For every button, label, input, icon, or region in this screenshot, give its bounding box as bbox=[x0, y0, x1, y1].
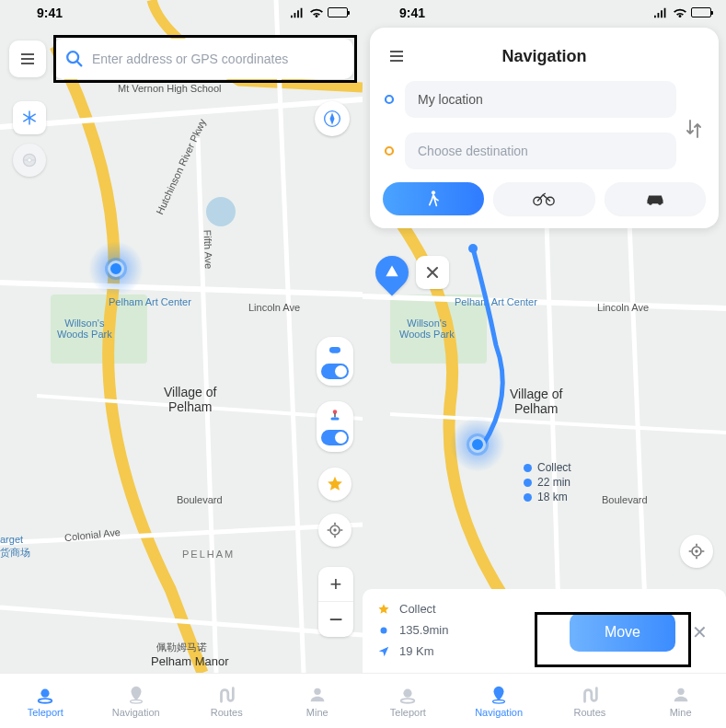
to-field[interactable]: Choose destination bbox=[405, 133, 676, 169]
walk-icon bbox=[425, 190, 442, 208]
svg-rect-7 bbox=[329, 347, 340, 353]
panel-time: 135.9min bbox=[399, 623, 448, 637]
mode-walk-button[interactable] bbox=[383, 182, 484, 215]
mine-icon bbox=[306, 685, 328, 705]
tab-teleport[interactable]: Teleport bbox=[363, 674, 454, 728]
from-field[interactable]: My location bbox=[405, 81, 676, 118]
svg-point-21 bbox=[386, 147, 393, 155]
panel-collect: Collect bbox=[399, 602, 436, 616]
hamburger-icon bbox=[18, 50, 37, 68]
origin-pin-icon bbox=[383, 93, 396, 106]
status-time: 9:41 bbox=[399, 6, 425, 20]
svg-point-20 bbox=[386, 96, 393, 103]
label-pelham-art: Pelham Art Center bbox=[109, 296, 191, 307]
label-willson: Willson's Woods Park bbox=[57, 318, 112, 340]
tab-routes[interactable]: Routes bbox=[181, 674, 272, 728]
highlight-search bbox=[53, 35, 357, 83]
label-target: arget bbox=[0, 534, 23, 545]
tab-mine[interactable]: Mine bbox=[635, 674, 726, 728]
label-pelham: PELHAM bbox=[182, 549, 235, 560]
svg-point-26 bbox=[658, 202, 661, 204]
bike-icon bbox=[533, 191, 555, 207]
menu-button[interactable] bbox=[9, 40, 46, 77]
locate-button[interactable] bbox=[318, 514, 351, 547]
toggle-on-icon bbox=[321, 364, 349, 379]
tab-bar: Teleport Navigation Routes Mine bbox=[0, 673, 363, 728]
tab-label: Mine bbox=[670, 707, 692, 718]
snowflake-button[interactable] bbox=[13, 101, 46, 134]
status-time: 9:41 bbox=[37, 6, 63, 20]
tab-label: Teleport bbox=[28, 707, 63, 718]
joystick-toggle[interactable] bbox=[317, 401, 353, 452]
navigation-card: Navigation My location Choose destinatio… bbox=[370, 28, 719, 228]
svg-point-31 bbox=[401, 699, 415, 703]
teleport-icon bbox=[34, 685, 56, 705]
to-placeholder: Choose destination bbox=[418, 144, 528, 158]
star-icon bbox=[326, 475, 344, 493]
tab-teleport[interactable]: Teleport bbox=[0, 674, 91, 728]
favorite-button[interactable] bbox=[318, 468, 351, 501]
panel-dist: 19 Km bbox=[399, 644, 434, 658]
tab-navigation[interactable]: Navigation bbox=[454, 674, 545, 728]
status-bar: 9:41 bbox=[0, 0, 363, 22]
svg-point-25 bbox=[649, 202, 651, 204]
teleport-icon bbox=[397, 685, 419, 705]
hamburger-icon bbox=[387, 47, 406, 65]
tooltip-dist: 18 km bbox=[537, 491, 568, 503]
zoom-out-button[interactable]: − bbox=[318, 602, 353, 637]
dot-icon bbox=[377, 624, 390, 637]
tab-navigation[interactable]: Navigation bbox=[91, 674, 182, 728]
map[interactable]: Mt Vernon High School Hutchinson River P… bbox=[0, 0, 363, 673]
compass-button[interactable] bbox=[315, 101, 350, 136]
tab-label: Routes bbox=[573, 707, 605, 718]
menu-button[interactable] bbox=[383, 42, 410, 70]
tab-label: Navigation bbox=[475, 707, 523, 718]
star-icon bbox=[377, 603, 390, 616]
status-bar: 9:41 bbox=[363, 0, 726, 22]
locate-button[interactable] bbox=[680, 535, 713, 568]
close-icon bbox=[423, 263, 442, 282]
signal-icon bbox=[291, 7, 305, 18]
snowflake-icon bbox=[20, 109, 39, 127]
swap-button[interactable] bbox=[682, 81, 706, 177]
label-target-cn: 货商场 bbox=[0, 546, 30, 560]
svg-rect-10 bbox=[331, 418, 340, 421]
label-fifth-ave: Fifth Ave bbox=[202, 229, 214, 269]
phone-right: Pelham Art Center Lincoln Ave Willson's … bbox=[363, 0, 726, 728]
label-lincoln: Lincoln Ave bbox=[597, 302, 649, 313]
tab-mine[interactable]: Mine bbox=[272, 674, 363, 728]
svg-point-30 bbox=[404, 688, 412, 697]
route-tooltip: Collect 22 min 18 km bbox=[524, 461, 571, 505]
swap-icon bbox=[685, 118, 703, 140]
gamepad-icon bbox=[326, 343, 344, 358]
map-background bbox=[0, 0, 363, 673]
tab-label: Mine bbox=[306, 707, 328, 718]
label-village-pelham: Village of Pelham bbox=[164, 385, 216, 414]
svg-point-14 bbox=[39, 699, 52, 703]
label-peileimu: 佩勒姆马诺 bbox=[156, 641, 207, 654]
panel-close-button[interactable]: ✕ bbox=[688, 621, 711, 643]
tab-label: Navigation bbox=[112, 707, 160, 718]
zoom-in-button[interactable]: + bbox=[318, 567, 353, 602]
label-boulevard: Boulevard bbox=[177, 494, 223, 505]
routes-icon bbox=[215, 685, 237, 705]
tab-bar: Teleport Navigation Routes Mine bbox=[363, 673, 726, 728]
label-lincoln: Lincoln Ave bbox=[248, 302, 300, 313]
svg-point-13 bbox=[41, 688, 50, 697]
label-pelham-manor: Pelham Manor bbox=[151, 654, 229, 668]
nav-title: Navigation bbox=[418, 47, 671, 66]
pokeball-button[interactable] bbox=[13, 144, 46, 177]
zoom-controls: + − bbox=[318, 567, 353, 637]
mode-car-button[interactable] bbox=[605, 182, 706, 215]
tooltip-collect: Collect bbox=[537, 461, 571, 474]
pokeball-icon bbox=[20, 151, 39, 169]
nav-arrow-icon bbox=[377, 645, 390, 658]
tooltip-time: 22 min bbox=[537, 476, 570, 489]
gamepad-toggle[interactable] bbox=[317, 337, 353, 386]
svg-point-32 bbox=[493, 699, 505, 703]
tab-routes[interactable]: Routes bbox=[545, 674, 636, 728]
svg-point-33 bbox=[677, 688, 684, 694]
close-pin-button[interactable] bbox=[416, 256, 449, 289]
mode-bike-button[interactable] bbox=[493, 182, 594, 215]
navigation-icon bbox=[125, 685, 147, 705]
